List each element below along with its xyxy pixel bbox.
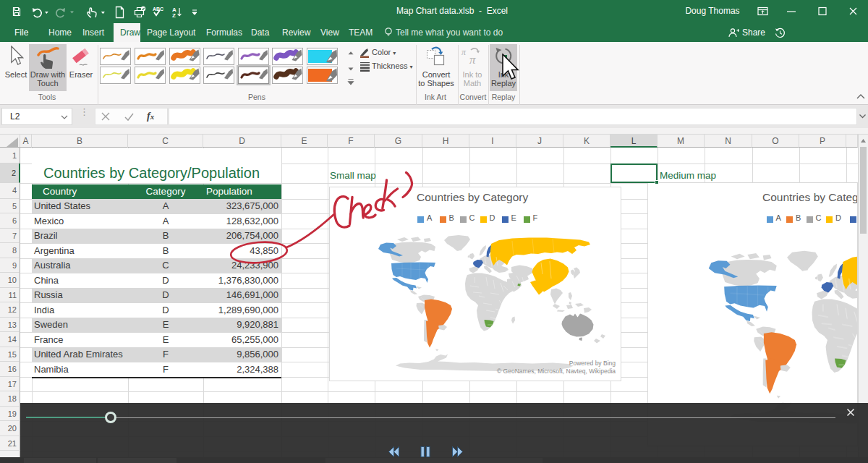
svg-text:π: π [469, 53, 476, 65]
svg-text:Z: Z [172, 12, 176, 19]
svg-text:π: π [461, 47, 467, 57]
svg-text:ABC: ABC [153, 7, 163, 12]
